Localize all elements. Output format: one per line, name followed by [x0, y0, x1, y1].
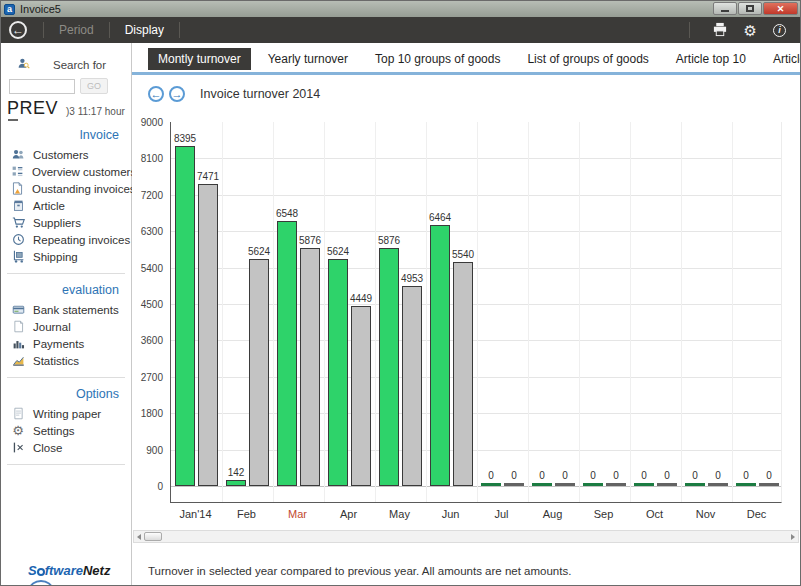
tab-yearly-turnover[interactable]: Yearly turnover	[258, 48, 358, 70]
y-tick-label: 3600	[141, 335, 163, 346]
y-tick-label: 900	[146, 445, 163, 456]
go-button[interactable]: GO	[80, 78, 108, 94]
toolbar-separator	[109, 22, 110, 38]
minimize-button[interactable]	[713, 2, 737, 15]
sidebar-item-overview-customers[interactable]: Overview customers	[1, 163, 131, 180]
x-axis-label-Apr: Apr	[323, 508, 374, 520]
partial-circle-decoration	[29, 580, 53, 586]
x-axis-label-Sep: Sep	[578, 508, 629, 520]
journal-icon	[11, 320, 25, 334]
bar-value-label: 5876	[290, 235, 330, 246]
bar-current-Dec	[736, 483, 756, 486]
bar-previous-Oct	[657, 483, 677, 486]
maximize-button[interactable]	[738, 2, 762, 15]
bar-previous-Dec	[759, 483, 779, 486]
bar-value-label: 6548	[267, 208, 307, 219]
sidebar-item-close[interactable]: Close	[1, 439, 131, 456]
article-icon	[11, 199, 25, 213]
y-axis: 0900180027003600450054006300720081009000	[134, 122, 166, 503]
x-axis-label-Jan'14: Jan'14	[170, 508, 221, 520]
tab-article-top10[interactable]: Article top 10	[666, 48, 756, 70]
y-tick-label: 5400	[141, 263, 163, 274]
bar-current-Oct	[634, 483, 654, 486]
bar-value-label: 6464	[420, 212, 460, 223]
scrollbar-thumb[interactable]	[144, 532, 162, 541]
shipping-icon	[11, 250, 25, 264]
gridline	[477, 122, 478, 502]
sidebar-item-article[interactable]: Article	[1, 197, 131, 214]
y-tick-label: 4500	[141, 299, 163, 310]
gridline	[528, 122, 529, 502]
x-axis-labels: Jan'14FebMarAprMayJunJulAugSepOctNovDec	[170, 508, 782, 524]
info-icon[interactable]: i	[773, 24, 786, 37]
prev-year-button[interactable]: ←	[148, 86, 164, 102]
gear-icon[interactable]: ⚙	[744, 23, 757, 38]
tab-list-groups[interactable]: List of groups of goods	[517, 48, 658, 70]
sidebar-item-suppliers[interactable]: Suppliers	[1, 214, 131, 231]
bar-value-label: 5540	[443, 249, 483, 260]
bar-value-label: 8395	[165, 133, 205, 144]
tab-monthly-turnover[interactable]: Montly turnover	[148, 48, 251, 70]
horizontal-scrollbar[interactable]	[133, 530, 799, 543]
gridline	[732, 122, 733, 502]
scrollbar-right-arrow-icon[interactable]	[791, 534, 795, 540]
tab-bar: Montly turnover Yearly turnover Top 10 g…	[148, 48, 801, 70]
tab-article[interactable]: Article	[763, 48, 801, 70]
sidebar-item-journal[interactable]: Journal	[1, 318, 131, 335]
prev-label: PREV	[7, 98, 58, 119]
bar-previous-Jul	[504, 483, 524, 486]
plot-area: 8395747114256246548587656244449587649536…	[170, 122, 782, 503]
toolbar-separator	[43, 22, 44, 38]
overview-customers-icon	[11, 165, 24, 179]
bar-previous-Sep	[606, 483, 626, 486]
tab-underline	[132, 72, 801, 75]
sidebar-item-settings[interactable]: ⚙ Settings	[1, 422, 131, 439]
sidebar-item-statistics[interactable]: Statistics	[1, 352, 131, 369]
scrollbar-left-arrow-icon[interactable]	[137, 534, 141, 540]
search-input[interactable]	[9, 79, 75, 94]
menu-display[interactable]: Display	[116, 23, 173, 37]
sidebar: Search for GO PREV )3 11:17 hour Invoice…	[1, 43, 132, 586]
gridline	[681, 122, 682, 502]
page-title: Invoice turnover 2014	[200, 87, 320, 101]
softwarenetz-logo: SftwareNetz	[28, 563, 110, 578]
gridline	[375, 122, 376, 502]
x-axis-label-Jun: Jun	[425, 508, 476, 520]
window-title: Invoice5	[20, 3, 61, 15]
sidebar-item-bank-statements[interactable]: Bank statements	[1, 301, 131, 318]
bar-current-Sep	[583, 483, 603, 486]
menu-period: Period	[50, 23, 103, 37]
gridline	[273, 122, 274, 502]
bar-previous-Apr	[351, 306, 371, 486]
tab-top10-groups[interactable]: Top 10 groups of goods	[365, 48, 510, 70]
bar-previous-Nov	[708, 483, 728, 486]
x-axis-label-Jul: Jul	[476, 508, 527, 520]
sidebar-item-shipping[interactable]: Shipping	[1, 248, 131, 265]
close-window-button[interactable]: ✕	[763, 2, 798, 15]
search-label: Search for	[53, 59, 106, 71]
y-tick-label: 8100	[141, 153, 163, 164]
sidebar-item-repeating-invoices[interactable]: Repeating invoices	[1, 231, 131, 248]
app-window: a Invoice5 ✕ ← Period Display ⚙ i	[0, 0, 801, 586]
x-axis-label-Nov: Nov	[680, 508, 731, 520]
suppliers-icon	[11, 216, 25, 230]
section-header-evaluation: evaluation	[1, 283, 131, 297]
back-button[interactable]: ←	[9, 21, 27, 39]
toolbar-separator	[689, 22, 690, 38]
x-axis-label-Aug: Aug	[527, 508, 578, 520]
y-tick-label: 1800	[141, 408, 163, 419]
bar-previous-Mar	[300, 248, 320, 486]
gridline	[630, 122, 631, 502]
bar-current-Feb	[226, 480, 246, 486]
x-axis-label-Mar: Mar	[272, 508, 323, 520]
sidebar-item-writing-paper[interactable]: Writing paper	[1, 405, 131, 422]
sidebar-divider	[7, 273, 125, 274]
sidebar-item-customers[interactable]: Customers	[1, 146, 131, 163]
next-year-button[interactable]: →	[169, 86, 185, 102]
repeating-invoices-icon	[11, 233, 25, 247]
gridline	[324, 122, 325, 502]
sidebar-item-outstanding-invoices[interactable]: Oustanding invoices	[1, 180, 131, 197]
sidebar-item-payments[interactable]: Payments	[1, 335, 131, 352]
y-tick-label: 0	[157, 481, 163, 492]
printer-icon[interactable]	[712, 22, 728, 39]
